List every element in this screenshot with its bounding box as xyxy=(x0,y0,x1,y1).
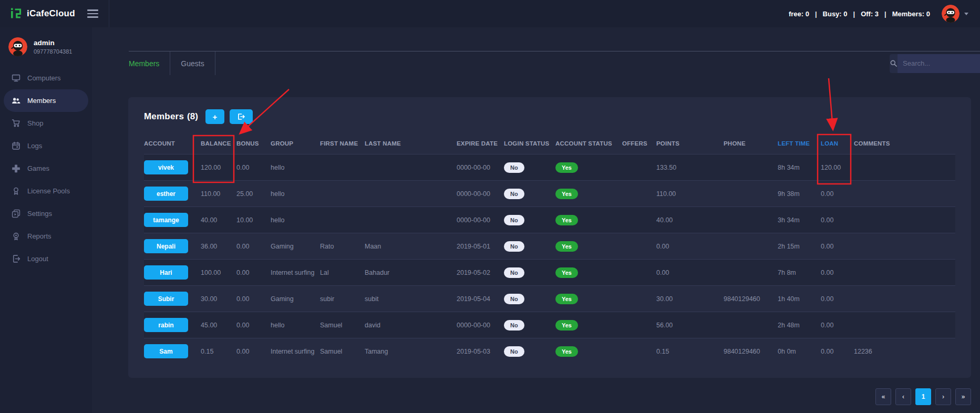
sidebar-item-computers[interactable]: Computers xyxy=(0,67,92,89)
cell-loan: 0.00 xyxy=(821,348,854,355)
login-status-badge: No xyxy=(504,215,524,225)
pagination-last-button[interactable]: » xyxy=(955,388,971,405)
search-button[interactable] xyxy=(890,54,898,73)
brand: iCafeCloud xyxy=(0,0,109,27)
cell-loan: 120.00 xyxy=(821,164,854,171)
cell-group: Internet surfing xyxy=(271,269,320,276)
cell-last-name: Tamang xyxy=(365,348,457,355)
column-header-offers[interactable]: OFFERS xyxy=(622,140,656,147)
cell-points: 133.50 xyxy=(656,164,724,171)
cell-balance: 0.15 xyxy=(201,348,236,355)
cell-left-time: 2h 48m xyxy=(778,322,821,329)
sidebar-item-logout[interactable]: Logout xyxy=(0,247,92,270)
sidebar: admin 097778704381 Computers Members Sho… xyxy=(0,27,92,413)
pagination-page-1-button[interactable]: 1 xyxy=(915,388,931,405)
cell-group: hello xyxy=(271,164,320,171)
pagination-prev-button[interactable]: ‹ xyxy=(895,388,911,405)
pagination: « ‹ 1 › » xyxy=(92,388,971,405)
column-header-group[interactable]: GROUP xyxy=(271,140,320,147)
column-header-account[interactable]: ACCOUNT xyxy=(144,140,201,147)
cell-left-time: 3h 34m xyxy=(778,216,821,224)
column-header-comments[interactable]: COMMENTS xyxy=(854,140,955,147)
member-account-button[interactable]: Nepali xyxy=(144,239,188,253)
cell-phone: 9840129460 xyxy=(724,295,778,303)
cell-last-name: Bahadur xyxy=(365,269,457,276)
tabs-bar: Members Guests xyxy=(129,51,980,75)
user-avatar[interactable] xyxy=(942,5,960,23)
column-header-account-status[interactable]: ACCOUNT STATUS xyxy=(555,140,622,147)
cell-left-time: 8h 34m xyxy=(778,164,821,171)
sidebar-item-reports[interactable]: Reports xyxy=(0,225,92,247)
cell-points: 0.15 xyxy=(656,348,724,355)
cell-left-time: 1h 40m xyxy=(778,295,821,303)
column-header-last-name[interactable]: LAST NAME xyxy=(365,140,457,147)
table-row: Subir 30.00 0.00 Gaming subir subit 2019… xyxy=(144,285,955,312)
column-header-left-time[interactable]: LEFT TIME xyxy=(778,140,821,147)
member-account-button[interactable]: rabin xyxy=(144,318,188,332)
member-account-button[interactable]: Subir xyxy=(144,292,188,306)
ninja-avatar-icon xyxy=(942,5,960,23)
column-header-phone[interactable]: PHONE xyxy=(724,140,778,147)
cell-bonus: 25.00 xyxy=(236,190,271,198)
member-account-button[interactable]: esther xyxy=(144,187,188,201)
cell-bonus: 0.00 xyxy=(236,322,271,329)
pagination-next-button[interactable]: › xyxy=(935,388,951,405)
cell-bonus: 10.00 xyxy=(236,216,271,224)
table-row: vivek 120.00 0.00 hello 0000-00-00 No Ye… xyxy=(144,154,955,180)
profile-phone: 097778704381 xyxy=(34,48,72,55)
tab-guests[interactable]: Guests xyxy=(170,51,215,75)
cell-left-time: 7h 8m xyxy=(778,269,821,276)
export-button[interactable] xyxy=(230,109,253,124)
member-account-button[interactable]: Sam xyxy=(144,344,188,358)
members-count: (8) xyxy=(187,111,198,122)
ninja-avatar-icon xyxy=(8,37,27,56)
login-status-badge: No xyxy=(504,241,524,252)
sidebar-item-label: License Pools xyxy=(27,187,70,195)
cell-bonus: 0.00 xyxy=(236,348,271,355)
menu-icon[interactable] xyxy=(87,9,98,18)
cell-balance: 100.00 xyxy=(201,269,236,276)
sidebar-item-license-pools[interactable]: License Pools xyxy=(0,180,92,202)
sidebar-item-settings[interactable]: Settings xyxy=(0,202,92,225)
cell-first-name: Samuel xyxy=(320,322,365,329)
cell-loan: 0.00 xyxy=(821,295,854,303)
sidebar-item-shop[interactable]: Shop xyxy=(0,112,92,135)
user-menu[interactable] xyxy=(942,5,968,23)
topbar: iCafeCloud free: 0 | Busy: 0 | Off: 3 | … xyxy=(0,0,980,27)
cell-balance: 40.00 xyxy=(201,216,236,224)
profile-avatar[interactable] xyxy=(8,37,27,56)
column-header-expire-date[interactable]: EXPIRE DATE xyxy=(457,140,504,147)
tab-members[interactable]: Members xyxy=(129,51,170,75)
add-member-button[interactable]: + xyxy=(205,109,224,124)
table-body: vivek 120.00 0.00 hello 0000-00-00 No Ye… xyxy=(144,154,955,364)
sidebar-item-label: Settings xyxy=(27,210,52,218)
sidebar-item-label: Members xyxy=(27,97,56,105)
cell-balance: 120.00 xyxy=(201,164,236,171)
member-account-button[interactable]: Hari xyxy=(144,265,188,280)
column-header-login-status[interactable]: LOGIN STATUS xyxy=(504,140,555,147)
member-account-button[interactable]: vivek xyxy=(144,160,188,174)
logo-icon xyxy=(9,7,23,20)
sidebar-item-members[interactable]: Members xyxy=(4,89,88,112)
column-header-bonus[interactable]: BONUS xyxy=(236,140,271,147)
cell-group: hello xyxy=(271,190,320,198)
cell-bonus: 0.00 xyxy=(236,164,271,171)
column-header-balance[interactable]: BALANCE xyxy=(201,140,236,147)
cell-expire-date: 2019-05-01 xyxy=(457,243,504,250)
login-status-badge: No xyxy=(504,189,524,199)
users-icon xyxy=(12,96,20,105)
account-status-badge: Yes xyxy=(555,267,578,278)
column-header-points[interactable]: POINTS xyxy=(656,140,724,147)
column-header-loan[interactable]: LOAN xyxy=(821,140,854,147)
sidebar-item-games[interactable]: Games xyxy=(0,157,92,180)
account-status-badge: Yes xyxy=(555,346,578,357)
column-header-first-name[interactable]: FIRST NAME xyxy=(320,140,365,147)
sidebar-item-logs[interactable]: Logs xyxy=(0,135,92,157)
search-input[interactable] xyxy=(898,54,980,73)
cell-left-time: 2h 15m xyxy=(778,243,821,250)
member-account-button[interactable]: tamange xyxy=(144,213,188,227)
members-panel: Members (8) + ACCOUNT BALANCE BONUS GROU… xyxy=(128,97,971,378)
cell-first-name: Samuel xyxy=(320,348,365,355)
cell-points: 30.00 xyxy=(656,295,724,303)
pagination-first-button[interactable]: « xyxy=(875,388,891,405)
